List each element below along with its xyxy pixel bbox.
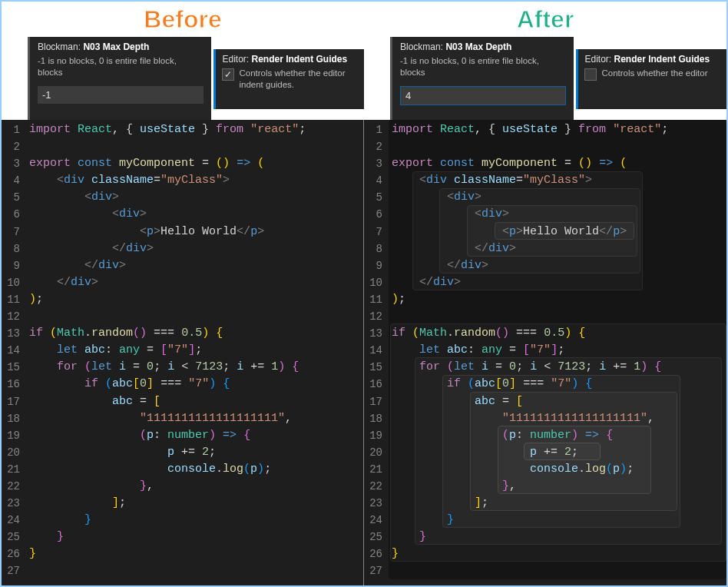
code-line[interactable]: <div> — [392, 206, 726, 223]
setting-title: Editor: Render Indent Guides — [584, 54, 719, 65]
code-line[interactable]: p += 2; — [392, 444, 726, 461]
code-line[interactable]: for (let i = 0; i < 7123; i += 1) { — [29, 359, 363, 376]
code-line[interactable]: <div> — [29, 206, 363, 223]
code-line[interactable]: <div className="myClass"> — [29, 172, 363, 189]
code-line[interactable]: p += 2; — [29, 444, 363, 461]
code-line[interactable]: } — [29, 546, 363, 562]
indent-desc: Controls whether the editor indent guide… — [239, 68, 356, 91]
code-line[interactable]: ]; — [29, 495, 363, 512]
code-line[interactable]: ]; — [392, 495, 726, 512]
code-line[interactable]: (p: number) => { — [29, 427, 363, 444]
code-line[interactable]: console.log(p); — [29, 461, 363, 478]
gutter-after: 1234567891011121314151617181920212223242… — [364, 120, 392, 587]
code-line[interactable]: } — [29, 512, 363, 529]
code-line[interactable]: console.log(p); — [392, 461, 726, 478]
indent-checkbox-after[interactable]: ✓ — [584, 68, 597, 81]
code-line[interactable]: </div> — [392, 257, 726, 274]
code-line[interactable]: </div> — [392, 240, 726, 257]
code-line[interactable] — [29, 308, 363, 325]
code-line[interactable] — [29, 562, 363, 579]
code-line[interactable]: "1111111111111111111", — [392, 410, 726, 427]
setting-title: Blockman: N03 Max Depth — [400, 41, 566, 52]
code-line[interactable]: <div> — [392, 189, 726, 206]
blockman-setting-before: Blockman: N03 Max Depth -1 is no blocks,… — [28, 37, 211, 120]
max-depth-input-before[interactable] — [38, 86, 204, 104]
indent-setting-after: Editor: Render Indent Guides ✓ Controls … — [576, 49, 726, 109]
code-line[interactable]: } — [29, 529, 363, 546]
code-line[interactable]: ); — [392, 291, 726, 308]
max-depth-input-after[interactable] — [400, 86, 566, 105]
before-header: Before — [2, 2, 364, 37]
code-line[interactable]: <p>Hello World</p> — [392, 224, 726, 240]
blockman-setting-after: Blockman: N03 Max Depth -1 is no blocks,… — [390, 37, 574, 120]
code-line[interactable]: </div> — [392, 274, 726, 291]
code-line[interactable]: "1111111111111111111", — [29, 410, 363, 427]
indent-desc: Controls whether the editor — [601, 68, 707, 79]
code-line[interactable] — [392, 308, 726, 325]
code-after[interactable]: import React, { useState } from "react";… — [392, 120, 726, 587]
settings-before: Blockman: N03 Max Depth -1 is no blocks,… — [2, 37, 364, 120]
code-line[interactable]: ); — [29, 291, 363, 308]
code-line[interactable] — [392, 562, 726, 579]
code-line[interactable] — [29, 138, 363, 155]
code-line[interactable]: </div> — [29, 257, 363, 274]
comparison-header: Before After — [2, 2, 726, 37]
code-line[interactable]: } — [392, 529, 726, 546]
code-line[interactable]: <div className="myClass"> — [392, 172, 726, 189]
code-line[interactable]: abc = [ — [29, 393, 363, 410]
code-line[interactable]: <p>Hello World</p> — [29, 224, 363, 240]
code-line[interactable]: <div> — [29, 189, 363, 206]
gutter-before: 1234567891011121314151617181920212223242… — [2, 120, 29, 587]
code-line[interactable]: import React, { useState } from "react"; — [392, 121, 726, 138]
editors-row: 1234567891011121314151617181920212223242… — [2, 120, 726, 587]
indent-checkbox-before[interactable]: ✓ — [222, 68, 234, 81]
code-line[interactable]: if (Math.random() === 0.5) { — [392, 325, 726, 342]
settings-after: Blockman: N03 Max Depth -1 is no blocks,… — [364, 37, 726, 120]
code-line[interactable]: import React, { useState } from "react"; — [29, 121, 363, 138]
code-line[interactable]: }, — [29, 478, 363, 495]
code-line[interactable]: export const myComponent = () => ( — [29, 155, 363, 172]
editor-after[interactable]: 1234567891011121314151617181920212223242… — [364, 120, 726, 587]
code-line[interactable]: abc = [ — [392, 393, 726, 410]
code-line[interactable]: if (abc[0] === "7") { — [392, 376, 726, 393]
setting-title: Editor: Render Indent Guides — [222, 54, 356, 65]
code-line[interactable]: export const myComponent = () => ( — [392, 155, 726, 172]
code-line[interactable]: let abc: any = ["7"]; — [29, 342, 363, 359]
after-title: After — [517, 5, 574, 34]
code-before[interactable]: import React, { useState } from "react";… — [29, 120, 363, 587]
after-header: After — [364, 2, 726, 37]
code-line[interactable]: let abc: any = ["7"]; — [392, 342, 726, 359]
code-line[interactable]: if (abc[0] === "7") { — [29, 376, 363, 393]
editor-before[interactable]: 1234567891011121314151617181920212223242… — [2, 120, 364, 587]
code-line[interactable]: </div> — [29, 240, 363, 257]
code-line[interactable]: for (let i = 0; i < 7123; i += 1) { — [392, 359, 726, 376]
code-line[interactable]: </div> — [29, 274, 363, 291]
code-line[interactable]: } — [392, 546, 726, 562]
code-line[interactable]: }, — [392, 478, 726, 495]
settings-row: Blockman: N03 Max Depth -1 is no blocks,… — [2, 37, 726, 120]
code-line[interactable]: (p: number) => { — [392, 427, 726, 444]
code-line[interactable] — [392, 138, 726, 155]
indent-setting-before: Editor: Render Indent Guides ✓ Controls … — [213, 49, 364, 109]
setting-title: Blockman: N03 Max Depth — [38, 41, 204, 52]
setting-desc: -1 is no blocks, 0 is entire file block,… — [38, 55, 204, 78]
before-title: Before — [144, 5, 221, 34]
code-line[interactable]: } — [392, 512, 726, 529]
setting-desc: -1 is no blocks, 0 is entire file block,… — [400, 55, 566, 78]
code-line[interactable]: if (Math.random() === 0.5) { — [29, 325, 363, 342]
